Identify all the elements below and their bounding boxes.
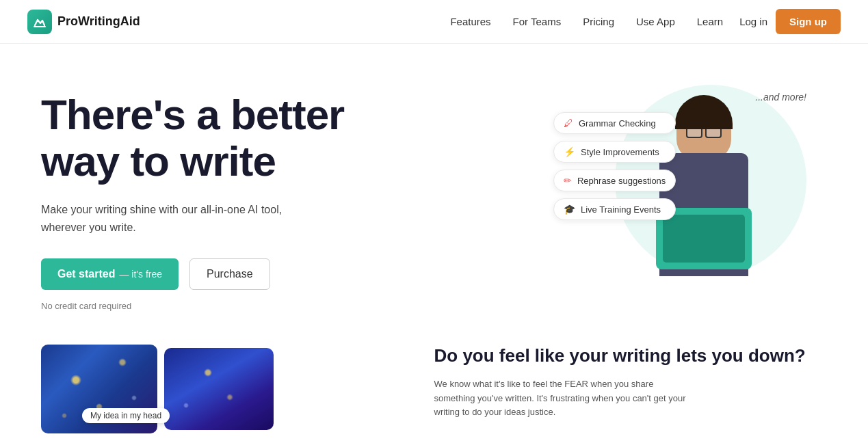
navbar: ProWritingAid Features For Teams Pricing… bbox=[0, 0, 868, 44]
nav-links: Features For Teams Pricing Use App Learn bbox=[450, 16, 723, 27]
starry-cards: My idea in my head bbox=[41, 338, 274, 440]
idea-badge: My idea in my head bbox=[82, 408, 170, 423]
section2: My idea in my head Do you feel like your… bbox=[0, 338, 868, 443]
nav-use-app[interactable]: Use App bbox=[636, 16, 675, 27]
logo-icon bbox=[27, 10, 52, 34]
training-icon: 🎓 bbox=[564, 204, 575, 215]
no-credit-text: No credit card required bbox=[41, 301, 473, 311]
chip-style-label: Style Improvements bbox=[581, 147, 659, 157]
person-hair bbox=[675, 95, 733, 129]
hero-right: 🖊 Grammar Checking ⚡ Style Improvements … bbox=[473, 85, 827, 345]
grammar-icon: 🖊 bbox=[564, 118, 573, 129]
hero-illustration: 🖊 Grammar Checking ⚡ Style Improvements … bbox=[594, 71, 827, 331]
section2-left: My idea in my head bbox=[41, 338, 434, 443]
hero-section: There's a better way to write Make your … bbox=[0, 44, 868, 345]
section2-right: Do you feel like your writing lets you d… bbox=[434, 338, 828, 420]
login-button[interactable]: Log in bbox=[739, 16, 767, 27]
logo-text: ProWritingAid bbox=[57, 14, 140, 29]
logo-link[interactable]: ProWritingAid bbox=[27, 10, 140, 34]
more-label: ...and more! bbox=[755, 92, 806, 103]
chip-training: 🎓 Live Training Events bbox=[553, 198, 676, 220]
section2-title: Do you feel like your writing lets you d… bbox=[434, 345, 828, 368]
get-started-button[interactable]: Get started — it's free bbox=[41, 258, 179, 290]
signup-button[interactable]: Sign up bbox=[776, 9, 841, 34]
free-label: — it's free bbox=[119, 269, 162, 280]
get-started-label: Get started bbox=[57, 268, 115, 280]
nav-pricing[interactable]: Pricing bbox=[583, 16, 614, 27]
chip-grammar: 🖊 Grammar Checking bbox=[553, 112, 676, 134]
card-starry-2 bbox=[164, 348, 274, 430]
style-icon: ⚡ bbox=[564, 146, 575, 157]
rephrase-icon: ✏ bbox=[564, 175, 572, 186]
section2-body: We know what it's like to feel the FEAR … bbox=[434, 377, 694, 420]
chip-style: ⚡ Style Improvements bbox=[553, 141, 676, 163]
chip-grammar-label: Grammar Checking bbox=[579, 118, 656, 129]
hero-left: There's a better way to write Make your … bbox=[41, 85, 473, 311]
chip-rephrase: ✏ Rephrase suggestions bbox=[553, 170, 676, 191]
hero-title: There's a better way to write bbox=[41, 92, 473, 185]
chip-rephrase-label: Rephrase suggestions bbox=[577, 176, 666, 186]
purchase-button[interactable]: Purchase bbox=[189, 258, 270, 290]
feature-chips: 🖊 Grammar Checking ⚡ Style Improvements … bbox=[553, 112, 676, 220]
hero-buttons: Get started — it's free Purchase bbox=[41, 258, 473, 290]
laptop-screen bbox=[663, 215, 745, 263]
nav-learn[interactable]: Learn bbox=[697, 16, 723, 27]
nav-for-teams[interactable]: For Teams bbox=[513, 16, 562, 27]
hero-subtitle: Make your writing shine with our all-in-… bbox=[41, 201, 301, 236]
nav-features[interactable]: Features bbox=[450, 16, 490, 27]
chip-training-label: Live Training Events bbox=[581, 204, 661, 215]
